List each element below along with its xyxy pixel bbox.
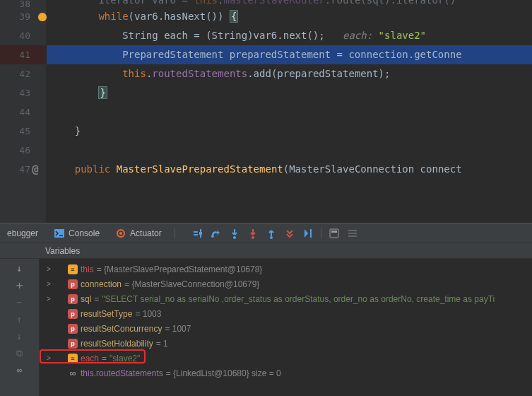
variable-name: resultSetHoldability <box>81 339 153 349</box>
step-out-icon[interactable] <box>266 228 277 239</box>
remove-watch-icon[interactable]: − <box>13 296 27 310</box>
frames-down2-icon[interactable]: ↓ <box>13 330 27 344</box>
gutter-line[interactable]: 41 <box>0 45 46 64</box>
frames-up-icon[interactable]: ↑ <box>13 313 27 327</box>
debug-step-toolbar <box>192 228 358 239</box>
gutter-line[interactable]: 44 <box>0 103 46 122</box>
variable-row[interactable]: >≡this = {MasterSlavePreparedStatement@1… <box>42 262 529 276</box>
variable-name: sql <box>81 294 91 304</box>
variables-tree[interactable]: >≡this = {MasterSlavePreparedStatement@1… <box>40 259 532 396</box>
drop-frame-icon[interactable] <box>284 228 295 239</box>
variable-value: = <box>102 354 107 363</box>
gutter-line[interactable]: 46 <box>0 141 46 160</box>
code-line[interactable]: this.routedStatements.add(preparedStatem… <box>47 64 532 83</box>
debug-body: ↓ + − ↑ ↓ ⧉ ∞ >≡this = {MasterSlavePrepa… <box>0 259 532 396</box>
variable-value: = {LinkedList@10680} size = 0 <box>166 368 281 378</box>
code-line[interactable]: Iterator var6 = this.masterSlaveRouter.r… <box>47 0 532 7</box>
gutter-line[interactable]: 47@ <box>0 160 46 179</box>
step-over-icon[interactable] <box>211 228 222 239</box>
code-line[interactable]: } <box>47 83 532 103</box>
code-line[interactable] <box>47 103 532 122</box>
variable-name: resultSetType <box>81 309 132 319</box>
trace-icon[interactable] <box>347 228 358 239</box>
expand-chevron-icon[interactable]: > <box>45 295 52 303</box>
svg-point-2 <box>119 232 122 235</box>
tab-console[interactable]: Console <box>51 226 102 240</box>
variable-type-icon: ≡ <box>68 264 78 274</box>
debug-panel: ebugger Console Actuator Variables ↓ + <box>0 223 532 396</box>
gutter-line[interactable]: 43 <box>0 83 46 103</box>
link-icon[interactable]: ∞ <box>13 363 27 378</box>
variable-value: = <box>94 294 99 304</box>
variable-row[interactable]: presultSetHoldability = 1 <box>42 336 529 351</box>
variable-type-icon: p <box>68 294 78 304</box>
variable-row[interactable]: >pconnection = {MasterSlaveConnection@10… <box>42 276 529 291</box>
variable-name: resultSetConcurrency <box>81 324 162 334</box>
variable-row[interactable]: >psql = "SELECT serial_no as serialNo ,o… <box>42 291 529 306</box>
tab-actuator-label: Actuator <box>130 228 162 238</box>
variable-name: connection <box>81 279 122 289</box>
variable-name: this.routedStatements <box>81 368 163 378</box>
svg-rect-3 <box>199 232 202 235</box>
variable-row[interactable]: >≡each = "slave2" <box>42 351 529 366</box>
code-line[interactable] <box>47 141 532 160</box>
variable-type-icon: ≡ <box>68 354 78 363</box>
variable-value: = 1007 <box>165 324 191 334</box>
code-line[interactable]: public MasterSlavePreparedStatement(Mast… <box>47 160 532 179</box>
gutter-line[interactable]: 45 <box>0 122 46 141</box>
frames-column[interactable]: ↓ + − ↑ ↓ ⧉ ∞ <box>0 259 40 396</box>
variable-name: each <box>81 354 99 363</box>
expand-chevron-icon[interactable]: > <box>45 354 52 362</box>
tab-console-label: Console <box>69 228 100 238</box>
variable-string-value: "SELECT serial_no as serialNo ,order_sta… <box>102 294 495 304</box>
variable-string-value: "slave2" <box>110 354 140 363</box>
variable-type-icon: ∞ <box>68 368 78 378</box>
code-editor[interactable]: 38394041424344454647@ Iterator var6 = th… <box>0 0 532 223</box>
tab-debugger[interactable]: ebugger <box>4 227 41 240</box>
actuator-icon <box>115 228 126 239</box>
variable-value: = 1 <box>156 339 168 349</box>
code-line[interactable]: String each = (String)var6.next(); each:… <box>47 26 532 45</box>
svg-point-6 <box>252 236 254 239</box>
console-icon <box>54 228 65 239</box>
override-gutter-icon[interactable]: @ <box>32 163 39 176</box>
svg-point-7 <box>270 236 273 239</box>
svg-rect-0 <box>54 229 64 238</box>
variable-type-icon: p <box>68 324 78 334</box>
svg-point-4 <box>211 235 214 238</box>
show-execution-icon[interactable] <box>192 228 203 239</box>
variable-type-icon: p <box>68 279 78 289</box>
divider <box>175 228 175 239</box>
evaluate-icon[interactable] <box>329 228 340 239</box>
code-line[interactable]: while(var6.hasNext()) { <box>47 7 532 26</box>
gutter-line[interactable]: 39 <box>0 7 46 26</box>
gutter-line[interactable]: 40 <box>0 26 46 45</box>
frames-down-icon[interactable]: ↓ <box>13 262 27 276</box>
gutter-line[interactable]: 42 <box>0 64 46 83</box>
step-into-icon[interactable] <box>229 228 240 239</box>
svg-rect-9 <box>330 229 338 238</box>
tab-actuator[interactable]: Actuator <box>112 226 165 240</box>
code-line[interactable]: } <box>47 122 532 141</box>
divider <box>321 228 321 239</box>
copy-icon[interactable]: ⧉ <box>13 346 27 361</box>
code-line[interactable]: PreparedStatement preparedStatement = co… <box>47 45 532 64</box>
editor-gutter[interactable]: 38394041424344454647@ <box>0 0 47 223</box>
expand-chevron-icon[interactable]: > <box>45 280 52 288</box>
code-area[interactable]: Iterator var6 = this.masterSlaveRouter.r… <box>47 0 532 223</box>
variable-name: this <box>81 264 94 274</box>
gutter-line[interactable]: 38 <box>0 0 46 7</box>
force-step-into-icon[interactable] <box>247 228 259 239</box>
variable-type-icon: p <box>68 309 78 319</box>
intention-bulb-icon[interactable] <box>38 13 47 21</box>
run-to-cursor-icon[interactable] <box>302 228 314 239</box>
variable-row[interactable]: ∞this.routedStatements = {LinkedList@106… <box>42 366 529 380</box>
variables-header: Variables <box>0 243 532 259</box>
svg-rect-8 <box>310 229 312 238</box>
variable-row[interactable]: presultSetType = 1003 <box>42 306 529 321</box>
svg-point-5 <box>233 236 236 239</box>
variable-value: = 1003 <box>135 309 161 319</box>
expand-chevron-icon[interactable]: > <box>45 265 52 273</box>
variable-row[interactable]: presultSetConcurrency = 1007 <box>42 321 529 336</box>
new-watch-icon[interactable]: + <box>13 279 27 293</box>
